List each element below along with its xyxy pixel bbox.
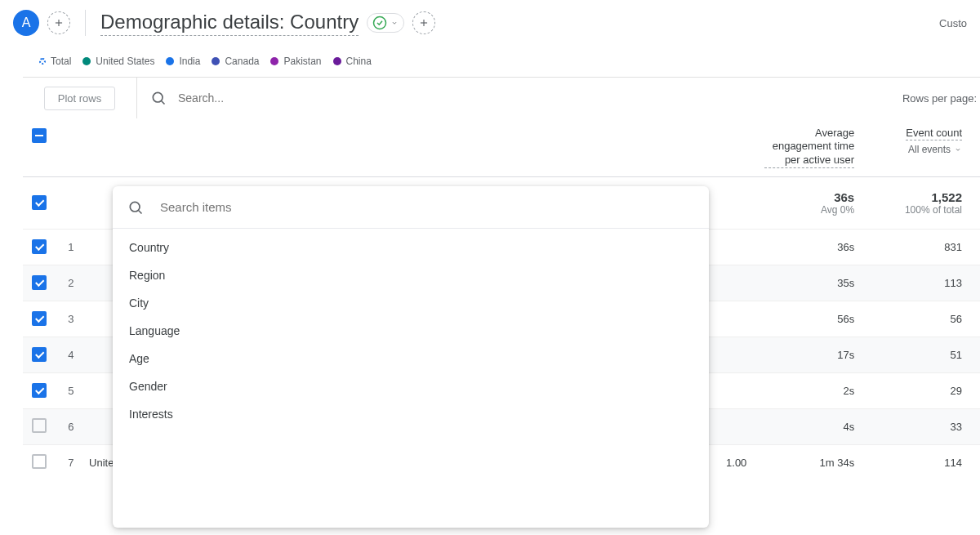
chevron-down-icon bbox=[390, 16, 399, 30]
row-index: 3 bbox=[56, 301, 86, 337]
cell-value: 2s bbox=[764, 372, 872, 408]
legend-item[interactable]: India bbox=[166, 56, 200, 67]
dropdown-item-age[interactable]: Age bbox=[113, 345, 709, 372]
dropdown-search-input[interactable] bbox=[160, 200, 405, 214]
select-all-checkbox[interactable] bbox=[32, 128, 47, 143]
legend-item[interactable]: Canada bbox=[212, 56, 259, 67]
column-header[interactable]: Average engagement time per active user bbox=[764, 127, 854, 168]
search-icon bbox=[127, 199, 144, 216]
legend-item[interactable]: Pakistan bbox=[270, 56, 321, 67]
row-checkbox[interactable] bbox=[32, 275, 47, 290]
cell-value: 831 bbox=[872, 229, 980, 265]
svg-point-5 bbox=[153, 92, 163, 102]
page-title[interactable]: Demographic details: Country bbox=[100, 11, 359, 36]
cell-value: 36s bbox=[764, 229, 872, 265]
svg-line-8 bbox=[139, 210, 142, 213]
status-dropdown[interactable] bbox=[367, 13, 404, 33]
row-index: 4 bbox=[56, 337, 86, 372]
cell-value: 56 bbox=[872, 301, 980, 337]
row-index: 6 bbox=[56, 408, 86, 444]
row-index: 5 bbox=[56, 372, 86, 408]
dimension-dropdown: Country Region City Language Age Gender … bbox=[113, 186, 709, 528]
legend-item[interactable]: United States bbox=[82, 56, 154, 67]
check-circle-icon bbox=[372, 16, 387, 30]
add-segment-button[interactable] bbox=[47, 11, 70, 34]
cell-value: 56s bbox=[764, 301, 872, 337]
table-search-input[interactable] bbox=[178, 91, 382, 105]
dropdown-item-gender[interactable]: Gender bbox=[113, 372, 709, 400]
event-count-filter[interactable]: All events bbox=[872, 144, 962, 155]
row-checkbox[interactable] bbox=[32, 195, 47, 210]
row-checkbox[interactable] bbox=[32, 383, 47, 398]
cell-value: 35s bbox=[764, 265, 872, 301]
row-checkbox[interactable] bbox=[32, 239, 47, 254]
chart-legend: Total United States India Canada Pakista… bbox=[23, 46, 980, 77]
row-index: 1 bbox=[56, 229, 86, 265]
column-header[interactable]: Event count bbox=[906, 127, 962, 140]
divider bbox=[85, 10, 86, 36]
cell-subvalue: 100% of total bbox=[872, 204, 962, 216]
row-checkbox[interactable] bbox=[32, 454, 47, 469]
svg-point-2 bbox=[374, 17, 386, 29]
cell-value: 113 bbox=[872, 265, 980, 301]
row-index: 7 bbox=[56, 444, 86, 480]
svg-point-7 bbox=[130, 202, 140, 212]
segment-chip[interactable]: A bbox=[13, 10, 39, 36]
row-checkbox[interactable] bbox=[32, 311, 47, 326]
plot-rows-button[interactable]: Plot rows bbox=[44, 87, 115, 110]
cell-value: 29 bbox=[872, 372, 980, 408]
dropdown-item-city[interactable]: City bbox=[113, 289, 709, 317]
dropdown-item-interests[interactable]: Interests bbox=[113, 400, 709, 428]
cell-subvalue: Avg 0% bbox=[764, 204, 854, 216]
add-dimension-button[interactable] bbox=[412, 11, 435, 34]
legend-item[interactable]: China bbox=[333, 56, 372, 67]
row-checkbox[interactable] bbox=[32, 347, 47, 362]
row-index: 2 bbox=[56, 265, 86, 301]
dropdown-item-language[interactable]: Language bbox=[113, 317, 709, 345]
cell-value: 17s bbox=[764, 337, 872, 372]
cell-value: 33 bbox=[872, 408, 980, 444]
dropdown-item-country[interactable]: Country bbox=[113, 234, 709, 261]
dropdown-item-region[interactable]: Region bbox=[113, 261, 709, 289]
cell-value: 1,522 bbox=[872, 190, 962, 204]
svg-line-6 bbox=[162, 101, 165, 105]
cell-value: 36s bbox=[764, 190, 854, 204]
legend-item[interactable]: Total bbox=[39, 56, 71, 67]
row-checkbox[interactable] bbox=[32, 418, 47, 433]
search-icon bbox=[150, 90, 167, 106]
cell-value: 114 bbox=[872, 444, 980, 480]
cell-value: 51 bbox=[872, 337, 980, 372]
cell-value: 4s bbox=[764, 408, 872, 444]
chevron-down-icon bbox=[954, 145, 962, 154]
cell-value: 1m 34s bbox=[764, 444, 872, 480]
date-range-label[interactable]: Custo bbox=[939, 17, 967, 29]
rows-per-page-label: Rows per page: bbox=[902, 92, 980, 105]
